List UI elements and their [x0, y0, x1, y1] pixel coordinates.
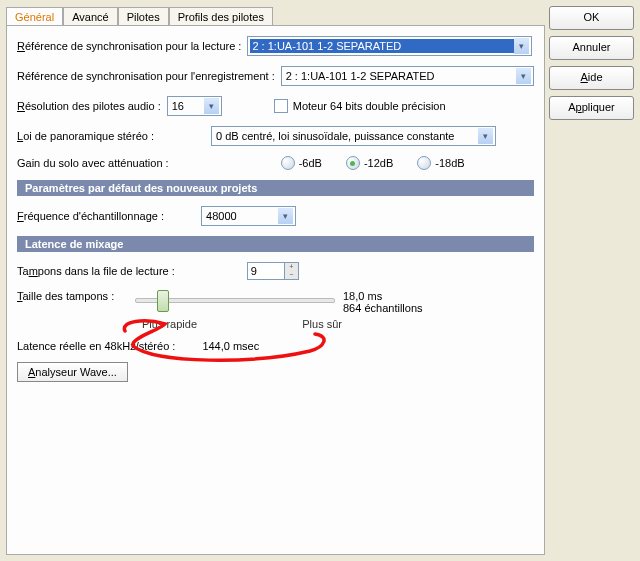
playback-buffers-input[interactable]	[247, 262, 285, 280]
pan-law-label: Loi de panoramique stéréo :	[17, 130, 154, 142]
latency-ms: 18,0 ms	[343, 290, 423, 302]
latency-samples: 864 échantillons	[343, 302, 423, 314]
radio-icon	[281, 156, 295, 170]
general-panel: Référence de synchronisation pour la lec…	[6, 25, 545, 555]
buffer-size-label: Taille des tampons :	[17, 290, 127, 302]
tab-drivers[interactable]: Pilotes	[118, 7, 169, 26]
ok-button[interactable]: OK	[549, 6, 634, 30]
radio-label: -18dB	[435, 157, 464, 169]
spinner-down-icon[interactable]: −	[285, 271, 298, 279]
buffer-size-slider[interactable]	[135, 290, 335, 310]
engine-64bit-checkbox[interactable]	[274, 99, 288, 113]
pan-law-value: 0 dB centré, loi sinusoïdale, puissance …	[214, 130, 478, 142]
solo-gain-radio-12db[interactable]: -12dB	[346, 156, 393, 170]
dropdown-arrow-icon: ▾	[278, 208, 293, 224]
section-mix-latency: Latence de mixage	[17, 236, 534, 252]
playback-buffers-spinner[interactable]: +−	[247, 262, 299, 280]
radio-label: -12dB	[364, 157, 393, 169]
radio-icon	[346, 156, 360, 170]
pan-law-select[interactable]: 0 dB centré, loi sinusoïdale, puissance …	[211, 126, 496, 146]
real-latency-label: Latence réelle en 48kHz/stéréo :	[17, 340, 175, 352]
slider-fast-label: Plus rapide	[142, 318, 197, 330]
cancel-button[interactable]: Annuler	[549, 36, 634, 60]
record-sync-ref-select[interactable]: 2 : 1:UA-101 1-2 SEPARATED ▾	[281, 66, 534, 86]
tab-driver-profiles[interactable]: Profils des pilotes	[169, 7, 273, 26]
driver-resolution-select[interactable]: 16 ▾	[167, 96, 222, 116]
tab-strip: Général Avancé Pilotes Profils des pilot…	[6, 6, 545, 25]
dropdown-arrow-icon: ▾	[516, 68, 531, 84]
slider-safe-label: Plus sûr	[302, 318, 342, 330]
spinner-up-icon[interactable]: +	[285, 263, 298, 271]
solo-gain-radio-18db[interactable]: -18dB	[417, 156, 464, 170]
radio-label: -6dB	[299, 157, 322, 169]
sample-rate-value: 48000	[204, 210, 278, 222]
apply-button[interactable]: Appliquer	[549, 96, 634, 120]
dropdown-arrow-icon: ▾	[478, 128, 493, 144]
playback-sync-ref-value: 2 : 1:UA-101 1-2 SEPARATED	[250, 39, 514, 53]
dropdown-arrow-icon: ▾	[514, 38, 529, 54]
radio-icon	[417, 156, 431, 170]
record-sync-ref-value: 2 : 1:UA-101 1-2 SEPARATED	[284, 70, 516, 82]
slider-thumb-icon[interactable]	[157, 290, 169, 312]
help-button[interactable]: Aide	[549, 66, 634, 90]
section-new-project-defaults: Paramètres par défaut des nouveaux proje…	[17, 180, 534, 196]
playback-sync-ref-label: Référence de synchronisation pour la lec…	[17, 40, 241, 52]
tab-general[interactable]: Général	[6, 7, 63, 26]
sample-rate-label: Fréquence d'échantillonnage :	[17, 210, 164, 222]
wave-analyzer-button[interactable]: Analyseur Wave...	[17, 362, 128, 382]
sample-rate-select[interactable]: 48000 ▾	[201, 206, 296, 226]
buffer-size-readout: 18,0 ms 864 échantillons	[343, 290, 423, 314]
solo-gain-label: Gain du solo avec atténuation :	[17, 157, 169, 169]
solo-gain-radio-6db[interactable]: -6dB	[281, 156, 322, 170]
dropdown-arrow-icon: ▾	[204, 98, 219, 114]
driver-resolution-value: 16	[170, 100, 204, 112]
tab-advanced[interactable]: Avancé	[63, 7, 118, 26]
driver-resolution-label: Résolution des pilotes audio :	[17, 100, 161, 112]
playback-sync-ref-select[interactable]: 2 : 1:UA-101 1-2 SEPARATED ▾	[247, 36, 532, 56]
record-sync-ref-label: Référence de synchronisation pour l'enre…	[17, 70, 275, 82]
engine-64bit-label: Moteur 64 bits double précision	[293, 100, 446, 112]
playback-buffers-label: Tampons dans la file de lecture :	[17, 265, 175, 277]
real-latency-value: 144,0 msec	[202, 340, 259, 352]
